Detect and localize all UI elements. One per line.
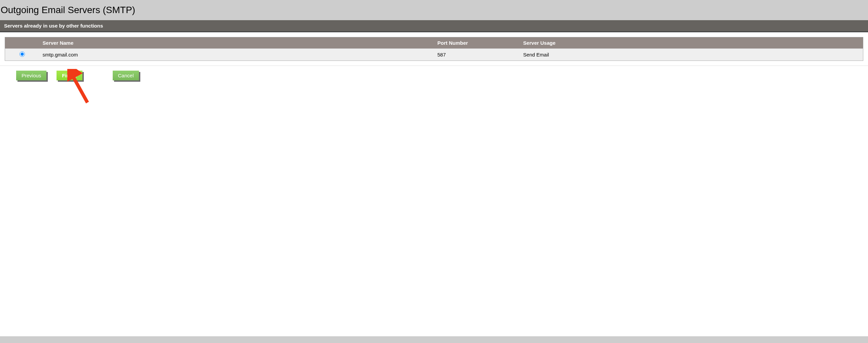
server-table-container: Server Name Port Number Server Usage smt… <box>0 32 868 66</box>
server-table: Server Name Port Number Server Usage smt… <box>5 37 863 61</box>
header-radio <box>5 37 39 49</box>
table-row[interactable]: smtp.gmail.com 587 Send Email <box>5 49 863 61</box>
header-server-name: Server Name <box>39 37 434 49</box>
button-row: Previous Finish Cancel <box>0 66 868 85</box>
row-server-usage: Send Email <box>520 49 863 61</box>
row-server-name: smtp.gmail.com <box>39 49 434 61</box>
header-port-number: Port Number <box>434 37 520 49</box>
finish-button[interactable]: Finish <box>57 71 82 81</box>
previous-button[interactable]: Previous <box>16 71 46 81</box>
section-subheader: Servers already in use by other function… <box>0 20 868 32</box>
row-port-number: 587 <box>434 49 520 61</box>
header-server-usage: Server Usage <box>520 37 863 49</box>
cancel-button[interactable]: Cancel <box>113 71 139 81</box>
page-title: Outgoing Email Servers (SMTP) <box>0 0 868 20</box>
server-select-radio[interactable] <box>20 52 25 57</box>
row-radio-cell[interactable] <box>5 49 39 61</box>
